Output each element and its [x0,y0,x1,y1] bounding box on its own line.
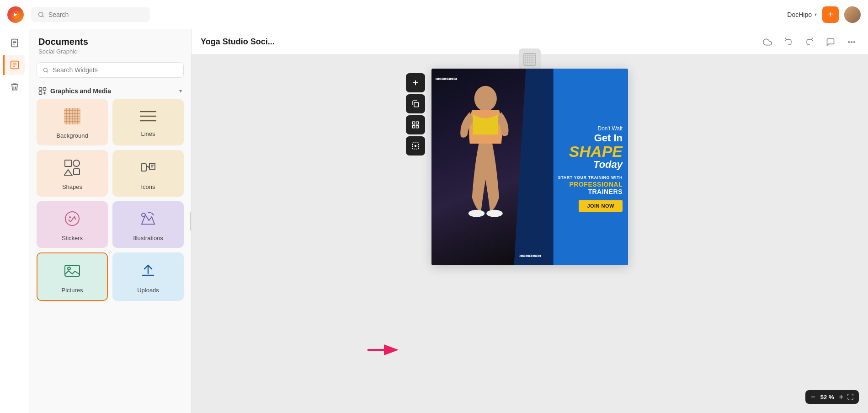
icon-sidebar [0,29,29,413]
svg-point-29 [74,216,75,218]
svg-point-34 [68,267,70,270]
stickers-icon [64,210,80,230]
select-button[interactable] [406,136,425,156]
svg-rect-6 [43,88,46,91]
pattern-icon[interactable] [519,48,541,70]
svg-point-37 [854,41,855,43]
svg-point-23 [73,160,80,166]
svg-point-58 [469,210,485,217]
widget-illustrations-label: Illustrations [133,235,163,241]
svg-point-56 [415,145,416,147]
widget-shapes-label: Shapes [62,183,82,190]
undo-button[interactable] [781,35,796,49]
canvas-wrapper: ««««««««« Don't Wait Get In SHAPE Today … [431,69,628,265]
widget-background[interactable]: Background [37,99,108,145]
sidebar-item-trash[interactable] [5,77,25,97]
gym-design: ««««««««« Don't Wait Get In SHAPE Today … [431,69,628,265]
section-chevron: ▾ [179,88,182,94]
topbar: DocHipo ▾ + [0,0,868,29]
widget-illustrations[interactable]: Illustrations [112,201,184,248]
section-label: Graphics and Media [50,87,111,95]
fullscreen-button[interactable]: ⛶ [847,393,853,401]
dont-wait-text: Don't Wait [520,125,623,132]
icons-widget-icon [140,159,156,179]
duplicate-button[interactable] [406,94,425,113]
widget-grid: Background Lines [29,99,191,308]
toolbar-actions [760,35,859,49]
widget-search-bar[interactable] [37,62,184,78]
svg-rect-26 [141,164,146,171]
shapes-icon [64,159,80,179]
widget-background-label: Background [56,132,88,139]
svg-point-59 [486,210,502,217]
canvas-edit-toolbar [406,73,425,156]
add-button[interactable]: + [822,6,839,23]
svg-rect-51 [412,122,415,124]
zoom-bar: − 52 % + ⛶ [805,390,859,404]
sidebar-subtitle: Social Graphic [38,48,182,55]
svg-point-1 [39,12,43,16]
logo-icon[interactable] [7,6,24,23]
zoom-value: 52 % [819,394,836,401]
svg-rect-7 [39,92,42,95]
widget-lines-label: Lines [141,130,155,137]
comments-button[interactable] [823,35,838,49]
uploads-icon [140,263,156,282]
add-element-button[interactable] [406,73,425,92]
widget-lines[interactable]: Lines [112,99,184,145]
widget-pictures[interactable]: Pictures [37,252,108,301]
dochipo-menu[interactable]: DocHipo ▾ [787,11,817,18]
lines-icon [140,110,156,126]
search-bar[interactable] [31,7,150,22]
svg-point-4 [43,68,47,71]
widget-shapes[interactable]: Shapes [37,150,108,197]
save-cloud-button[interactable] [760,35,775,49]
widget-stickers[interactable]: Stickers [37,201,108,248]
sidebar-title: Documents [38,37,182,47]
svg-rect-50 [414,102,419,107]
search-input[interactable] [48,11,131,18]
widget-icons[interactable]: Icons [112,150,184,197]
widget-sidebar: Documents Social Graphic Graphics and Me… [29,29,192,413]
arrows-top: ««««««««« [435,75,457,82]
grid-button[interactable] [406,115,425,134]
widget-search-input[interactable] [53,66,178,74]
redo-button[interactable] [802,35,817,49]
svg-rect-52 [416,122,419,124]
search-icon [43,67,49,74]
widget-uploads[interactable]: Uploads [112,252,184,301]
svg-point-30 [142,213,145,217]
join-button[interactable]: JOIN NOW [579,200,623,212]
dochipo-label: DocHipo [787,11,812,18]
background-icon [64,108,80,128]
pictures-icon [64,263,80,282]
widget-pictures-label: Pictures [62,287,83,294]
svg-point-36 [851,41,852,43]
svg-point-28 [69,216,71,218]
svg-line-32 [152,213,154,215]
zoom-in-button[interactable]: + [839,393,843,401]
canvas-area: Yoga Studio Soci... [192,29,868,413]
svg-rect-53 [412,126,415,128]
document-title: Yoga Studio Soci... [201,37,275,47]
today-text: Today [520,159,623,170]
svg-rect-25 [74,169,80,175]
section-header-graphics[interactable]: Graphics and Media ▾ [29,81,191,99]
svg-rect-5 [39,88,42,91]
main: Documents Social Graphic Graphics and Me… [0,29,868,413]
svg-point-35 [848,41,850,43]
arrows-bottom: »»»»»»»»» [519,252,540,259]
sidebar-item-document[interactable] [5,33,25,53]
zoom-out-button[interactable]: − [811,393,815,401]
avatar[interactable] [844,6,861,23]
svg-rect-33 [65,265,80,276]
trainers-text: TRAINERS [520,188,623,195]
illustrations-icon [140,210,156,230]
design-canvas[interactable]: ««««««««« Don't Wait Get In SHAPE Today … [431,69,628,265]
professional-text: PROFESSIONAL [520,181,623,188]
shape-text: SHAPE [520,144,623,159]
sidebar-item-template[interactable] [3,55,25,75]
get-in-text: Get In [520,133,623,144]
more-options-button[interactable] [844,35,859,49]
design-text-content: Don't Wait Get In SHAPE Today START YOUR… [520,125,623,212]
